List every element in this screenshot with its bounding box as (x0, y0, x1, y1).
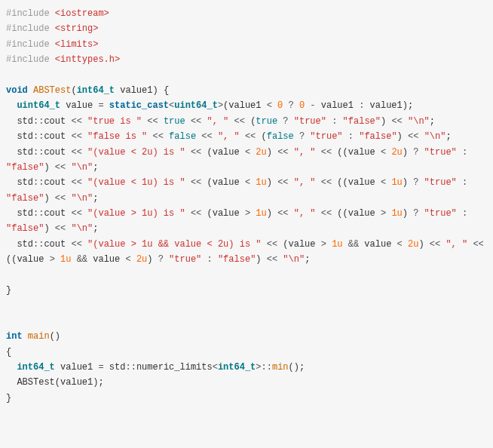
code-snippet: #include <iostream> #include <string> #i… (6, 6, 487, 406)
